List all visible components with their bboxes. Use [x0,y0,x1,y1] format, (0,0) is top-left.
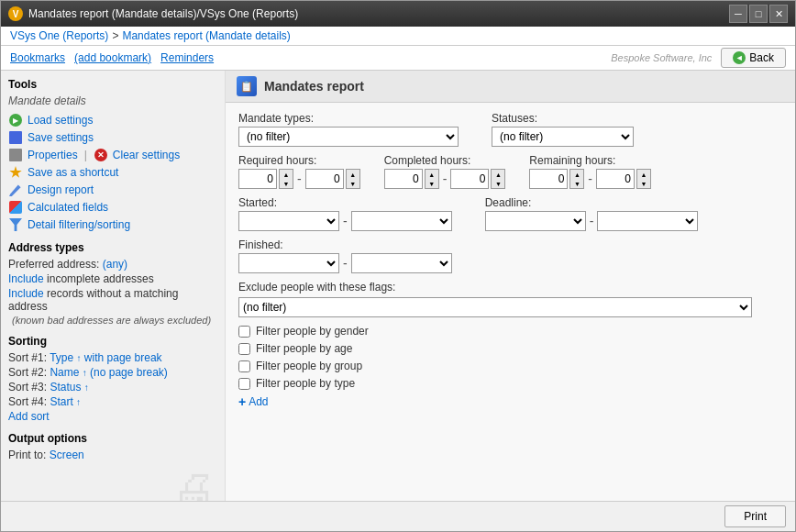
statuses-group: Statuses: (no filter) [492,112,634,147]
add-sort-link[interactable]: Add sort [8,410,50,423]
close-button[interactable]: ✕ [769,5,788,23]
maximize-button[interactable]: □ [749,5,768,23]
sort3-field[interactable]: Status [50,381,81,393]
sidebar-item-save-shortcut[interactable]: Save as a shortcut [8,165,217,180]
required-hours-up-1[interactable]: ▲ [280,170,293,179]
remaining-hours-input-2[interactable] [596,169,635,189]
calculated-fields-link[interactable]: Calculated fields [28,201,108,214]
app-icon: V [8,6,23,21]
known-bad-note: (known bad addresses are always excluded… [8,315,217,326]
started-to-select[interactable] [351,211,452,231]
minimize-button[interactable]: ─ [729,5,747,23]
deadline-inputs: - [485,211,699,231]
bookmarks-link[interactable]: Bookmarks [10,51,65,64]
deadline-from-select[interactable] [485,211,586,231]
add-bookmark-link[interactable]: (add bookmark) [74,51,151,64]
clear-settings-link[interactable]: Clear settings [113,149,180,161]
sidebar-item-design-report[interactable]: Design report [8,183,217,197]
include-no-match-link[interactable]: Include [8,287,44,300]
print-to-link[interactable]: Screen [50,449,84,461]
bottom-bar: Print [1,501,795,531]
detail-filtering-link[interactable]: Detail filtering/sorting [28,218,130,231]
required-hours-down-1[interactable]: ▼ [280,179,293,188]
required-hours-spin-1[interactable]: ▲ ▼ [279,169,293,189]
filter-icon [9,218,22,231]
completed-hours-up-2[interactable]: ▲ [492,170,504,179]
remaining-hours-up-2[interactable]: ▲ [637,170,650,179]
mandate-types-row: Mandate types: (no filter) Statuses: (no… [238,112,782,147]
sort3-label: Sort #3: [8,381,47,393]
properties-link[interactable]: Properties [28,149,78,161]
include-incomplete-link[interactable]: Include [8,272,44,285]
sidebar-item-properties[interactable]: Properties | ✕ Clear settings [8,148,217,162]
sidebar-item-load-settings[interactable]: ▶ Load settings [8,113,217,127]
remaining-hours-down-2[interactable]: ▼ [637,179,650,188]
completed-hours-spin-1[interactable]: ▲ ▼ [425,169,439,189]
back-icon: ◄ [733,51,746,64]
completed-hours-down-2[interactable]: ▼ [492,179,504,188]
filter-gender-checkbox[interactable] [238,326,250,338]
deadline-to-select[interactable] [597,211,698,231]
sort2-field[interactable]: Name [50,366,79,379]
sort4-dir: ↑ [76,397,81,407]
window-title: Mandates report (Mandate details)/VSys O… [28,7,298,20]
sort2-break[interactable]: (no page break) [90,366,168,379]
breadcrumb-link-1[interactable]: VSys One (Reports) [10,29,108,42]
filter-gender-label: Filter people by gender [256,325,369,338]
required-hours-spin-2[interactable]: ▲ ▼ [346,169,360,189]
sort1-dir: ↑ [77,353,82,363]
remaining-hours-spin-2[interactable]: ▲ ▼ [636,169,651,189]
required-hours-up-2[interactable]: ▲ [347,170,359,179]
preferred-link[interactable]: (any) [103,258,127,271]
completed-hours-input-2[interactable] [450,169,489,189]
back-button[interactable]: ◄ Back [721,48,786,68]
started-group: Started: - [238,196,452,231]
filter-gender-row: Filter people by gender [238,325,782,338]
completed-hours-up-1[interactable]: ▲ [426,170,438,179]
save-shortcut-link[interactable]: Save as a shortcut [28,166,118,179]
print-to-row: Print to: Screen [8,449,217,461]
filter-type-checkbox[interactable] [238,378,250,390]
required-hours-down-2[interactable]: ▼ [347,179,359,188]
sort-row-2: Sort #2: Name ↑ (no page break) [8,366,217,379]
completed-hours-spin-2[interactable]: ▲ ▼ [491,169,505,189]
shortcut-icon [9,166,22,179]
design-report-link[interactable]: Design report [28,183,94,196]
statuses-select[interactable]: (no filter) [492,127,634,147]
remaining-hours-up-1[interactable]: ▲ [570,170,583,179]
started-from-select[interactable] [238,211,339,231]
remaining-hours-spin-1[interactable]: ▲ ▼ [569,169,584,189]
reminders-link[interactable]: Reminders [160,51,214,64]
remaining-hours-input-1[interactable] [529,169,568,189]
deadline-group: Deadline: - [485,196,699,231]
required-hours-input-1[interactable] [238,169,277,189]
completed-hours-input-1[interactable] [384,169,423,189]
load-settings-link[interactable]: Load settings [28,114,93,127]
sidebar-item-calculated-fields[interactable]: Calculated fields [8,200,217,215]
print-button[interactable]: Print [724,505,786,527]
finished-from-select[interactable] [238,253,339,273]
add-link[interactable]: + Add [238,394,782,409]
save-settings-link[interactable]: Save settings [28,131,94,144]
finished-to-select[interactable] [351,253,452,273]
completed-hours-down-1[interactable]: ▼ [426,179,438,188]
sort1-field[interactable]: Type [50,351,73,364]
remaining-hours-down-1[interactable]: ▼ [570,179,583,188]
report-icon: 📋 [237,76,257,96]
filter-group-checkbox[interactable] [238,360,250,372]
mandate-types-select[interactable]: (no filter) [238,127,459,147]
required-hours-input-2[interactable] [305,169,344,189]
exclude-select[interactable]: (no filter) [238,297,752,317]
started-label: Started: [238,196,452,209]
sidebar-item-save-settings[interactable]: Save settings [8,130,217,145]
required-hours-inputs: ▲ ▼ - ▲ ▼ [238,169,360,189]
filter-age-checkbox[interactable] [238,343,250,355]
title-bar: V Mandates report (Mandate details)/VSys… [1,1,795,27]
sort4-field[interactable]: Start [50,395,72,408]
sort1-label: Sort #1: [8,351,47,364]
sort1-break[interactable]: with page break [84,351,162,364]
sidebar-item-detail-filtering[interactable]: Detail filtering/sorting [8,217,217,232]
deadline-label: Deadline: [485,196,699,209]
breadcrumb-link-2[interactable]: Mandates report (Mandate details) [122,29,290,42]
mandate-types-group: Mandate types: (no filter) [238,112,459,147]
